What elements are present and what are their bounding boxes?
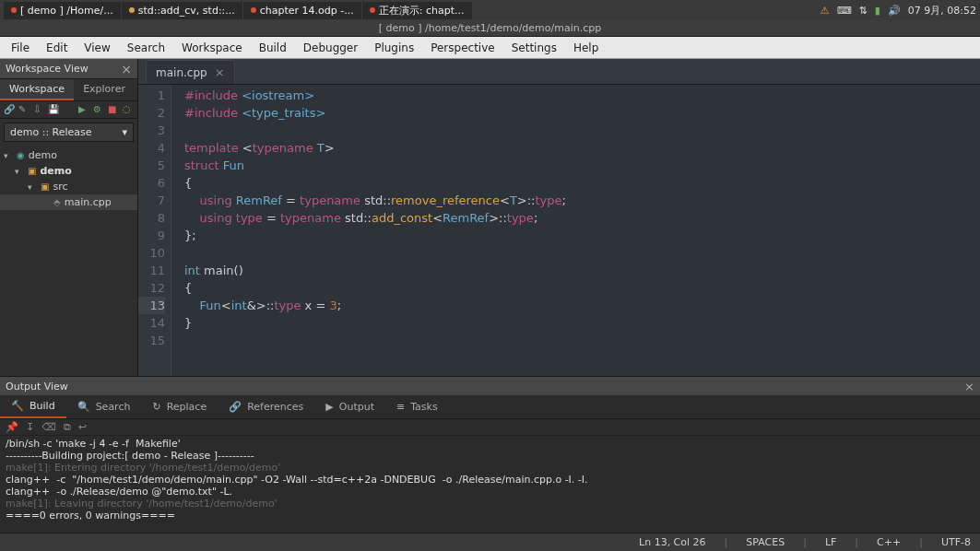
taskbar-tab[interactable]: chapter 14.odp -... [243,2,361,19]
output-tab-search[interactable]: 🔍Search [66,395,142,418]
output-tabs: 🔨Build🔍Search↻Replace🔗References▶Output≡… [0,395,980,419]
wrap-icon[interactable]: ↩ [78,421,87,433]
scroll-icon[interactable]: ↧ [26,421,34,433]
workspace-tabs: Workspace Explorer [0,79,137,101]
taskbar-tabs: [ demo ] /Home/... std::add_cv, std::...… [4,2,821,19]
status-enc[interactable]: UTF-8 [941,536,971,548]
save-icon[interactable]: 💾 [48,104,59,115]
workspace-header: Workspace View × [0,59,137,79]
taskbar-tab[interactable]: 正在演示: chapt... [362,2,472,19]
file-icon: ⬘ [53,197,61,207]
workspace-title: Workspace View [6,63,89,75]
clock[interactable]: 07 9月, 08:52 [908,4,976,18]
link-icon[interactable]: 🔗 [4,104,15,115]
tree-label: demo [40,165,71,177]
menu-plugins[interactable]: Plugins [367,39,421,57]
output-tab-tasks[interactable]: ≡Tasks [385,395,449,418]
clear-icon[interactable]: ⌫ [41,421,56,433]
editor-tab-label: main.cpp [156,66,207,79]
tray: ⚠ ⌨ ⇅ ▮ 🔊 07 9月, 08:52 [821,4,976,18]
network-icon[interactable]: ⇅ [859,5,868,17]
taskbar-tab-label: std::add_cv, std::... [138,5,235,17]
menu-help[interactable]: Help [566,39,606,57]
tree-workspace-root[interactable]: ▾ ◉ demo [0,147,137,163]
output-icon: ▶ [325,401,333,413]
status-spaces[interactable]: SPACES [746,536,785,548]
tree-label: demo [29,149,57,161]
references-icon: 🔗 [229,401,242,413]
editor-pane: main.cpp × 123456789101112131415 #includ… [138,59,980,376]
stop-icon[interactable]: ■ [108,104,119,115]
output-tab-label: Search [96,401,131,413]
main-body: Workspace View × Workspace Explorer 🔗 ✎ … [0,59,980,376]
code-area[interactable]: #include <iostream>#include <type_traits… [171,85,980,376]
output-tab-build[interactable]: 🔨Build [0,395,66,418]
taskbar-tab[interactable]: [ demo ] /Home/... [4,2,121,19]
volume-icon[interactable]: 🔊 [888,5,901,17]
menu-debugger[interactable]: Debugger [296,39,365,57]
clean-icon[interactable]: ◌ [123,104,134,115]
output-title: Output View [6,381,68,393]
collapse-icon[interactable]: ⇩ [33,104,44,115]
status-pos[interactable]: Ln 13, Col 26 [639,536,706,548]
battery-icon[interactable]: ▮ [875,5,880,17]
app-dot-icon [11,7,17,13]
os-taskbar: [ demo ] /Home/... std::add_cv, std::...… [0,0,980,20]
tree-project[interactable]: ▾ ▣ demo [0,163,137,179]
build-config-select[interactable]: demo :: Release ▾ [4,123,134,142]
output-body[interactable]: /bin/sh -c 'make -j 4 -e -f Makefile'---… [0,436,980,533]
window-title: [ demo ] /home/test1/demo/demo/main.cpp [0,20,980,37]
output-tab-replace[interactable]: ↻Replace [141,395,218,418]
pin-icon[interactable]: 📌 [6,421,18,433]
menu-view[interactable]: View [77,39,117,57]
tab-workspace[interactable]: Workspace [0,79,74,100]
project-tree: ▾ ◉ demo ▾ ▣ demo ▾ ▣ src ⬘ main.cpp [0,146,137,212]
folder-icon: ▣ [41,182,49,192]
taskbar-tab-label: chapter 14.odp -... [260,5,354,17]
output-tab-label: References [247,401,303,413]
build-icon: 🔨 [11,400,24,412]
status-eol[interactable]: LF [825,536,836,548]
menu-edit[interactable]: Edit [39,39,75,57]
menu-build[interactable]: Build [252,39,294,57]
close-icon[interactable]: × [964,380,974,393]
build-icon[interactable]: ⚙ [93,104,104,115]
warning-icon[interactable]: ⚠ [821,5,830,17]
menu-settings[interactable]: Settings [504,39,564,57]
line-gutter: 123456789101112131415 [138,85,171,376]
output-tab-references[interactable]: 🔗References [218,395,314,418]
chevron-down-icon: ▾ [122,126,127,138]
app-dot-icon [251,7,256,13]
goto-icon[interactable]: ✎ [18,104,30,115]
tab-explorer[interactable]: Explorer [74,79,135,100]
close-icon[interactable]: × [215,65,225,79]
output-toolbar: 📌 ↧ ⌫ ⧉ ↩ [0,419,980,436]
code-editor[interactable]: 123456789101112131415 #include <iostream… [138,85,980,376]
menu-search[interactable]: Search [120,39,172,57]
copy-icon[interactable]: ⧉ [64,421,71,433]
output-header: Output View × [0,377,980,395]
folder-icon: ▣ [28,166,36,176]
output-tab-output[interactable]: ▶Output [314,395,385,418]
taskbar-tab[interactable]: std::add_cv, std::... [122,2,242,19]
editor-tab-main[interactable]: main.cpp × [146,60,235,84]
menu-file[interactable]: File [4,39,37,57]
workspace-icon: ◉ [17,150,25,160]
output-tab-label: Build [30,400,55,412]
menu-perspective[interactable]: Perspective [423,39,502,57]
editor-tabs: main.cpp × [138,59,980,85]
statusbar: Ln 13, Col 26 | SPACES | LF | C++ | UTF-… [0,533,980,551]
tree-file-main[interactable]: ⬘ main.cpp [0,194,137,210]
close-icon[interactable]: × [121,62,132,76]
workspace-toolbar: 🔗 ✎ ⇩ 💾 ▶ ⚙ ■ ◌ [0,101,137,119]
taskbar-tab-label: [ demo ] /Home/... [20,5,113,17]
tree-folder-src[interactable]: ▾ ▣ src [0,179,137,194]
status-lang[interactable]: C++ [877,536,901,548]
output-tab-label: Tasks [410,401,437,413]
app-dot-icon [370,7,375,13]
menu-workspace[interactable]: Workspace [174,39,250,57]
taskbar-tab-label: 正在演示: chapt... [379,4,465,18]
keyboard-icon[interactable]: ⌨ [837,5,852,17]
config-label: demo :: Release [10,126,92,138]
run-icon[interactable]: ▶ [78,104,89,115]
